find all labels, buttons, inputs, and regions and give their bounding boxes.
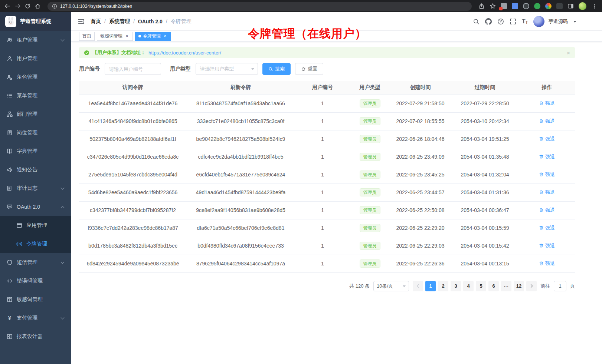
user-type-badge: 管理员 bbox=[360, 259, 380, 268]
force-logout-button[interactable]: 强退 bbox=[539, 171, 555, 178]
breadcrumb-item-oauth[interactable]: OAuth 2.0 bbox=[130, 19, 163, 24]
goto-page-input[interactable] bbox=[554, 281, 566, 291]
force-logout-button[interactable]: 强退 bbox=[539, 100, 555, 107]
active-tab-dot bbox=[138, 35, 141, 37]
page-more-button[interactable]: ··· bbox=[501, 281, 511, 291]
sidebar-item-tenant[interactable]: 租户管理 bbox=[0, 31, 71, 49]
pagination: 共 120 条 10条/页 1 2 3 4 5 6 ··· 12 bbox=[79, 273, 575, 298]
font-size-icon[interactable] bbox=[522, 19, 528, 24]
bookmark-star-icon[interactable] bbox=[490, 3, 496, 9]
sidebar-item-menu[interactable]: 菜单管理 bbox=[0, 86, 71, 105]
force-logout-label: 强退 bbox=[545, 153, 555, 160]
page-button-1[interactable]: 1 bbox=[425, 281, 436, 291]
cell-user-id: 1 bbox=[295, 148, 350, 166]
share-icon[interactable] bbox=[478, 3, 485, 9]
browser-actions bbox=[478, 2, 598, 10]
page-button-2[interactable]: 2 bbox=[438, 281, 448, 291]
extension-icon-4[interactable] bbox=[534, 3, 540, 9]
breadcrumb-item-system[interactable]: 系统管理 bbox=[101, 18, 130, 25]
help-icon[interactable] bbox=[497, 18, 504, 25]
close-icon[interactable] bbox=[163, 34, 168, 39]
search-icon[interactable] bbox=[473, 18, 480, 25]
app-logo[interactable]: 芋道管理系统 bbox=[0, 12, 71, 31]
page-size-select[interactable]: 10条/页 bbox=[373, 281, 409, 291]
browser-menu-icon[interactable] bbox=[591, 3, 598, 9]
chevron-down-icon bbox=[61, 186, 65, 189]
table-row: 275e5de9151045fe87cbdc395e004f4d e6cfd40… bbox=[79, 166, 575, 183]
col-actions: 操作 bbox=[518, 81, 575, 95]
sidebar-item-notice[interactable]: 通知公告 bbox=[0, 161, 71, 179]
home-icon[interactable] bbox=[35, 3, 41, 9]
chat-bubble-icon bbox=[7, 204, 13, 210]
page-button-4[interactable]: 4 bbox=[463, 281, 474, 291]
extension-icon-5[interactable] bbox=[545, 3, 552, 9]
browser-profile-avatar[interactable] bbox=[579, 2, 586, 10]
user-type-select[interactable]: 请选择用户类型 bbox=[196, 63, 258, 75]
sidebar-item-role[interactable]: 角色管理 bbox=[0, 68, 71, 86]
force-logout-button[interactable]: 强退 bbox=[539, 136, 555, 142]
tab-label: 敏感词管理 bbox=[100, 33, 122, 39]
page-button-5[interactable]: 5 bbox=[476, 281, 486, 291]
doc-link[interactable]: https://doc.iocoder.cn/user-center/ bbox=[148, 50, 221, 56]
success-check-icon bbox=[84, 50, 89, 56]
sidebar-item-sensitive-word[interactable]: 敏感词管理 bbox=[0, 290, 71, 309]
forward-icon[interactable] bbox=[14, 3, 21, 9]
sidebar-item-oauth-app[interactable]: 应用管理 bbox=[0, 216, 71, 235]
extension-icon-3[interactable] bbox=[523, 3, 529, 9]
cell-refresh-token: 8796295f04064c2983414cc54af1097a bbox=[187, 255, 295, 272]
sidebar-item-oauth[interactable]: OAuth 2.0 bbox=[0, 198, 71, 216]
force-logout-button[interactable]: 强退 bbox=[539, 225, 555, 231]
sidebar-menu: 租户管理 用户管理 角色管理 菜单管理 部门管理 岗位管理 bbox=[0, 31, 71, 364]
cell-user-type: 管理员 bbox=[350, 166, 389, 183]
user-id-input[interactable] bbox=[105, 63, 161, 75]
search-button[interactable]: 搜索 bbox=[262, 63, 291, 75]
sidebar-item-report-designer[interactable]: 报表设计器 bbox=[0, 327, 71, 346]
force-logout-button[interactable]: 强退 bbox=[539, 242, 555, 249]
tab-sensitive-word[interactable]: 敏感词管理 bbox=[97, 32, 133, 41]
back-icon[interactable] bbox=[4, 3, 11, 9]
page-button-3[interactable]: 3 bbox=[451, 281, 461, 291]
org-tree-icon bbox=[7, 111, 13, 117]
fullscreen-icon[interactable] bbox=[510, 18, 516, 25]
user-avatar[interactable] bbox=[533, 16, 544, 27]
extension-icon-6[interactable] bbox=[556, 3, 563, 9]
page-button-12[interactable]: 12 bbox=[514, 281, 524, 291]
sidebar-item-error-code[interactable]: 错误码管理 bbox=[0, 272, 71, 290]
prev-page-button[interactable] bbox=[413, 281, 423, 291]
tab-token[interactable]: 令牌管理 bbox=[135, 32, 171, 41]
cell-user-id: 1 bbox=[295, 237, 350, 255]
app-window-icon bbox=[16, 222, 22, 228]
side-panel-icon[interactable] bbox=[567, 3, 574, 9]
id-badge-icon bbox=[7, 130, 13, 136]
next-page-button[interactable] bbox=[526, 281, 537, 291]
reset-button[interactable]: 重置 bbox=[295, 63, 323, 75]
extension-icon-1[interactable] bbox=[501, 3, 507, 9]
tab-home[interactable]: 首页 bbox=[79, 32, 95, 41]
extension-icon-2[interactable] bbox=[512, 3, 518, 9]
header-tools: 芋道源码 bbox=[473, 16, 576, 27]
sidebar-item-dept[interactable]: 部门管理 bbox=[0, 105, 71, 123]
site-info-icon[interactable] bbox=[52, 4, 57, 9]
sidebar-item-audit-log[interactable]: 审计日志 bbox=[0, 179, 71, 198]
sidebar-item-user[interactable]: 用户管理 bbox=[0, 49, 71, 68]
chevron-down-icon[interactable] bbox=[573, 21, 576, 24]
sidebar-item-sms[interactable]: 短信管理 bbox=[0, 253, 71, 272]
force-logout-button[interactable]: 强退 bbox=[539, 118, 555, 125]
force-logout-button[interactable]: 强退 bbox=[539, 207, 555, 214]
close-icon[interactable] bbox=[567, 50, 570, 56]
sidebar-item-dict[interactable]: 字典管理 bbox=[0, 142, 71, 161]
address-bar[interactable]: 127.0.0.1:1024/system/oauth2/token bbox=[48, 2, 472, 11]
sidebar-collapse-icon[interactable] bbox=[78, 18, 85, 25]
force-logout-button[interactable]: 强退 bbox=[539, 153, 555, 160]
force-logout-button[interactable]: 强退 bbox=[539, 260, 555, 267]
sidebar-item-oauth-token[interactable]: 令牌管理 bbox=[0, 235, 71, 253]
breadcrumb-item-home[interactable]: 首页 bbox=[91, 18, 101, 25]
extension-badge bbox=[499, 7, 503, 10]
page-button-6[interactable]: 6 bbox=[488, 281, 499, 291]
sidebar-item-pay[interactable]: 支付管理 bbox=[0, 309, 71, 327]
reload-icon[interactable] bbox=[24, 3, 31, 9]
github-icon[interactable] bbox=[485, 18, 492, 25]
force-logout-button[interactable]: 强退 bbox=[539, 189, 555, 196]
close-icon[interactable] bbox=[124, 34, 130, 39]
sidebar-item-post[interactable]: 岗位管理 bbox=[0, 123, 71, 142]
